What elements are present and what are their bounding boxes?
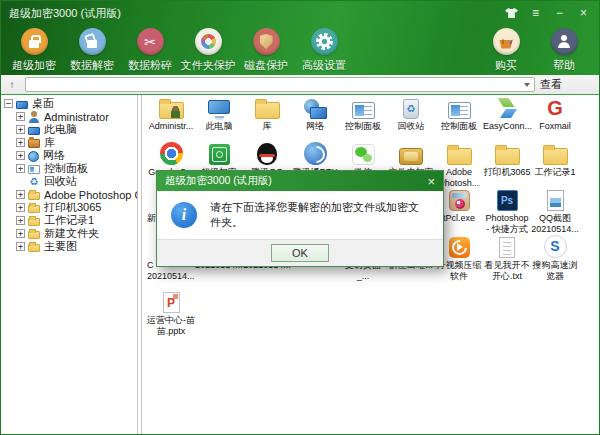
lock-icon (29, 40, 39, 48)
file-item[interactable]: PsPhotoshop - 快捷方式 (483, 187, 531, 234)
tree-item-库[interactable]: +库 (1, 136, 137, 149)
expand-toggle[interactable]: + (16, 229, 25, 238)
file-label: 控制面板 (435, 121, 483, 132)
goldsafe-icon (399, 148, 423, 165)
empty-cell (531, 289, 579, 337)
toolbar-button-帮助[interactable]: 帮助 (535, 28, 593, 73)
expand-toggle[interactable]: + (16, 216, 25, 225)
folder-icon (255, 102, 280, 119)
folder-icon (447, 148, 472, 165)
gear-icon (316, 33, 333, 50)
tree-item-label: 回收站 (44, 174, 77, 189)
toolbar-right-group: 购买帮助 (477, 28, 593, 73)
toolbar-button-label: 磁盘保护 (244, 58, 288, 73)
file-item[interactable]: 网络 (291, 95, 339, 141)
info-icon: i (171, 202, 197, 228)
tree-item-回收站[interactable]: ♻回收站 (1, 175, 137, 188)
empty-cell (387, 289, 435, 337)
expand-toggle[interactable]: + (16, 203, 25, 212)
easyconnect-icon (496, 97, 519, 119)
toolbar-button-超级加密[interactable]: 超级加密 (5, 28, 63, 73)
expand-toggle[interactable]: − (4, 99, 13, 108)
expand-toggle[interactable]: + (16, 190, 25, 199)
file-item[interactable]: 此电脑 (195, 95, 243, 141)
tree-item-此电脑[interactable]: +此电脑 (1, 123, 137, 136)
address-combobox[interactable] (25, 77, 535, 92)
toolbar-button-label: 文件夹保护 (181, 58, 236, 73)
file-label: 看见我开不开心.txt (483, 260, 531, 281)
file-item[interactable]: 工作记录1 (531, 141, 579, 188)
file-label: 回收站 (387, 121, 435, 132)
library-icon (28, 139, 40, 148)
toolbar-button-label: 帮助 (553, 58, 575, 73)
network-icon (303, 99, 327, 119)
file-item[interactable]: S搜狗高速浏览器 (531, 234, 579, 289)
expand-toggle[interactable]: + (16, 125, 25, 134)
qq-icon (257, 143, 277, 165)
toolbar-button-label: 高级设置 (302, 58, 346, 73)
ps-icon: Ps (497, 190, 518, 211)
close-button[interactable]: × (576, 6, 591, 21)
ok-button[interactable]: OK (271, 244, 329, 262)
file-item[interactable]: 打印机3065 (483, 141, 531, 188)
file-item[interactable]: 库 (243, 95, 291, 141)
file-label: 控制面板 (339, 121, 387, 132)
skin-button[interactable] (504, 6, 519, 21)
folder-icon (543, 148, 568, 165)
decrypt-prompt-dialog: 超级加密3000 (试用版) × i 请在下面选择您要解密的加密文件或加密文件夹… (156, 170, 444, 267)
file-grid-row: Administr...此电脑库网络控制面板♻回收站控制面板EasyConn..… (147, 95, 599, 141)
toolbar-button-高级设置[interactable]: 高级设置 (295, 28, 353, 73)
tree-item-label: 主要图 (44, 239, 77, 254)
file-item[interactable]: GFoxmail (531, 95, 579, 141)
file-item[interactable]: 控制面板 (339, 95, 387, 141)
file-item[interactable]: 看见我开不开心.txt (483, 234, 531, 289)
shirt-icon (505, 8, 518, 18)
folder-icon (28, 244, 40, 252)
toolbar-button-label: 数据粉碎 (128, 58, 172, 73)
user-icon (28, 111, 40, 123)
basket-icon (499, 40, 514, 49)
cpanel-icon (352, 102, 375, 119)
dialog-close-button[interactable]: × (427, 175, 435, 188)
up-button[interactable]: ↑ (4, 77, 20, 92)
minimize-button[interactable]: − (552, 6, 567, 21)
file-label: QQ截图 20210514... (531, 213, 579, 234)
dialog-body: i 请在下面选择您要解密的加密文件或加密文件夹。 (157, 191, 443, 239)
file-label: Administr... (147, 121, 195, 132)
expand-toggle[interactable]: + (16, 138, 25, 147)
view-button[interactable]: 查看 (540, 77, 596, 92)
empty-cell (291, 289, 339, 337)
pptx-icon: P (163, 292, 180, 313)
tree-item-桌面[interactable]: −桌面 (1, 97, 137, 110)
dialog-message: 请在下面选择您要解密的加密文件或加密文件夹。 (210, 200, 429, 230)
file-item[interactable]: P运营中心-苗苗.pptx (147, 289, 195, 337)
toolbar-button-购买[interactable]: 购买 (477, 28, 535, 73)
expand-toggle[interactable]: + (16, 112, 25, 121)
toolbar-button-数据粉碎[interactable]: ✂数据粉碎 (121, 28, 179, 73)
recycle-icon: ♻ (403, 99, 419, 119)
toolbar-button-数据解密[interactable]: 数据解密 (63, 28, 121, 73)
file-item[interactable]: ♻回收站 (387, 95, 435, 141)
file-item[interactable]: QQ截图 20210514... (531, 187, 579, 234)
expand-toggle[interactable]: + (16, 164, 25, 173)
toolbar-button-label: 超级加密 (12, 58, 56, 73)
expand-toggle[interactable]: + (16, 151, 25, 160)
chrome-icon (160, 142, 183, 165)
dialog-footer: OK (157, 239, 443, 266)
computer-icon (28, 127, 40, 135)
window-header: 超级加密3000 (试用版) ≡ − × 超级加密数据解密✂数据粉碎文件夹保护磁… (1, 1, 599, 75)
empty-cell (435, 289, 483, 337)
app-window: 超级加密3000 (试用版) ≡ − × 超级加密数据解密✂数据粉碎文件夹保护磁… (0, 0, 600, 435)
toolbar-button-label: 数据解密 (70, 58, 114, 73)
toolbar-button-文件夹保护[interactable]: 文件夹保护 (179, 28, 237, 73)
toolbar-button-磁盘保护[interactable]: 磁盘保护 (237, 28, 295, 73)
path-bar: ↑ 查看 (1, 75, 599, 95)
file-item[interactable]: Administr... (147, 95, 195, 141)
camera-icon (449, 190, 470, 211)
chevron-down-icon[interactable] (524, 83, 530, 87)
tree-item-主要图[interactable]: +主要图 (1, 240, 137, 253)
file-item[interactable]: 控制面板 (435, 95, 483, 141)
expand-toggle[interactable]: + (16, 242, 25, 251)
menu-button[interactable]: ≡ (528, 6, 543, 21)
file-item[interactable]: EasyConn... (483, 95, 531, 141)
